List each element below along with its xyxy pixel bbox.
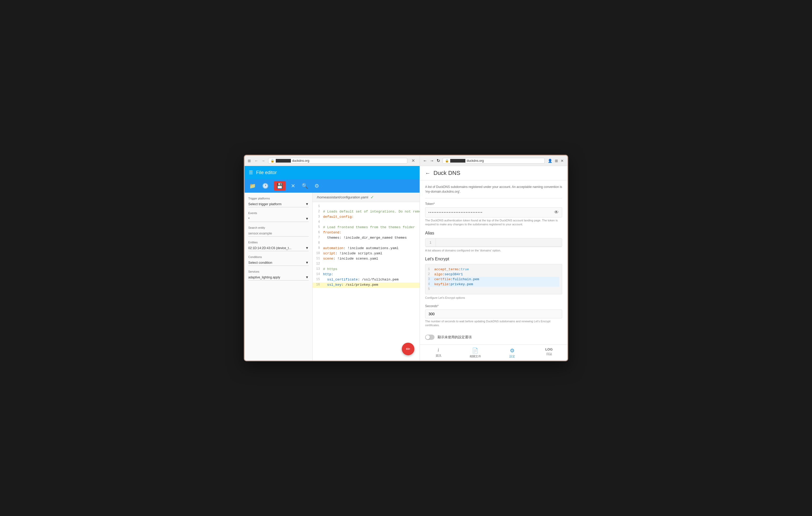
code-block-line-4: 4 keyfile : privkey.pem bbox=[428, 282, 559, 287]
nav-tab-info-label: 資訊 bbox=[436, 354, 441, 358]
settings-icon: ⚙ bbox=[510, 347, 515, 354]
save-btn[interactable]: 💾 bbox=[274, 181, 286, 190]
toggle-knob bbox=[426, 335, 430, 339]
code-line-10: 10 script: !include scripts.yaml bbox=[313, 251, 419, 256]
refresh-btn-right[interactable]: ↻ bbox=[437, 158, 440, 163]
docs-icon: 📄 bbox=[472, 347, 478, 354]
left-panel: ⊞ ← → 🔒 xxx duckdns.org ✕ ☰ File editor … bbox=[244, 155, 420, 361]
browser-actions: 👤 ⊞ ✕ bbox=[547, 158, 564, 163]
lock-icon-right: 🔒 bbox=[445, 159, 449, 162]
history-btn[interactable]: 🕐 bbox=[261, 182, 270, 190]
search-entity-input[interactable] bbox=[248, 230, 309, 237]
alias-hint: A list aliases of domains configured on … bbox=[425, 249, 562, 252]
alias-box: 1 bbox=[425, 238, 562, 247]
close-editor-btn[interactable]: ✕ bbox=[290, 182, 296, 190]
browser-bar-left: ⊞ ← → 🔒 xxx duckdns.org ✕ bbox=[244, 155, 419, 166]
dns-description: A list of DuckDNS subdomains registered … bbox=[425, 185, 562, 194]
code-line-16: 16 ssl_key: /ssl/privkey.pem bbox=[313, 282, 419, 288]
forward-btn-left[interactable]: → bbox=[261, 159, 265, 163]
token-label: Token* bbox=[425, 202, 562, 206]
code-block-line-1: 1 accept_terms : true bbox=[428, 267, 559, 272]
letsencrypt-title: Let's Encrypt bbox=[425, 257, 562, 262]
back-btn-left[interactable]: ← bbox=[255, 159, 259, 163]
nav-tab-settings-label: 設定 bbox=[509, 355, 515, 358]
address-bar-right[interactable]: 🔒 xxx duckdns.org bbox=[443, 158, 545, 164]
token-hint: The DuckDNS authentication token found a… bbox=[425, 218, 562, 226]
events-arrow: ▼ bbox=[305, 217, 309, 221]
code-line-7: 7 themes: !include_dir_merge_named theme… bbox=[313, 236, 419, 241]
right-panel: ← → ↻ 🔒 xxx duckdns.org 👤 ⊞ ✕ ← Duck DNS… bbox=[420, 155, 568, 361]
hamburger-icon[interactable]: ☰ bbox=[249, 170, 253, 175]
profile-btn[interactable]: 👤 bbox=[547, 158, 553, 163]
code-block-line-5: 5 bbox=[428, 287, 559, 292]
browser-bar-right: ← → ↻ 🔒 xxx duckdns.org 👤 ⊞ ✕ bbox=[420, 155, 568, 166]
nav-tab-docs[interactable]: 📄 相關文件 bbox=[457, 345, 494, 361]
alias-field-group: Alias 1 A list aliases of domains config… bbox=[425, 231, 562, 252]
nav-tab-log-label: 日誌 bbox=[546, 352, 552, 356]
toggle-switch[interactable] bbox=[425, 335, 435, 340]
events-value: * bbox=[248, 217, 250, 221]
seconds-value[interactable]: 300 bbox=[425, 309, 562, 318]
events-section: Events * ▼ bbox=[248, 211, 309, 222]
lock-icon: 🔒 bbox=[270, 159, 274, 162]
search-entity-label: Search entity bbox=[248, 226, 309, 229]
back-btn-right[interactable]: ← bbox=[423, 158, 427, 163]
eye-icon[interactable]: 👁 bbox=[554, 210, 559, 215]
seconds-field-group: Seconds* 300 The number of seconds to wa… bbox=[425, 304, 562, 328]
services-select-row[interactable]: adaptive_lighting.apply ▼ bbox=[248, 274, 309, 280]
app-title: File editor bbox=[256, 170, 277, 175]
entities-label: Entities bbox=[248, 241, 309, 244]
sidebar-toggle-icon[interactable]: ⊞ bbox=[248, 159, 252, 163]
alias-input[interactable] bbox=[436, 238, 562, 246]
file-path: /homeassistant/configuration.yaml bbox=[317, 195, 368, 199]
bottom-nav: i 資訊 📄 相關文件 ⚙ 設定 LOG 日誌 bbox=[420, 344, 568, 361]
letsencrypt-code: 1 accept_terms : true 2 algo : secp384r1… bbox=[425, 264, 562, 294]
edit-fab-btn[interactable]: ✏ bbox=[402, 343, 414, 355]
settings-btn[interactable]: ⚙ bbox=[313, 182, 320, 190]
search-entity-section: Search entity bbox=[248, 226, 309, 237]
log-icon: LOG bbox=[545, 347, 552, 351]
trigger-select-row[interactable]: Select trigger platform ▼ bbox=[248, 201, 309, 207]
automation-sidebar: Trigger platforms Select trigger platfor… bbox=[244, 193, 313, 361]
conditions-section: Conditions Select condition ▼ bbox=[248, 255, 309, 266]
address-bar-left[interactable]: 🔒 xxx duckdns.org bbox=[268, 158, 407, 164]
close-btn-right[interactable]: ✕ bbox=[560, 158, 564, 163]
toolbar: 📁 🕐 💾 ✕ 🔍 ⚙ bbox=[244, 179, 419, 193]
conditions-select-row[interactable]: Select condition ▼ bbox=[248, 260, 309, 266]
code-editor[interactable]: 1 2 # Loads default set of integrations.… bbox=[313, 202, 419, 361]
nav-tab-settings[interactable]: ⚙ 設定 bbox=[494, 345, 530, 361]
nav-tab-info[interactable]: i 資訊 bbox=[420, 345, 457, 361]
check-icon: ✓ bbox=[370, 195, 374, 200]
left-content: Trigger platforms Select trigger platfor… bbox=[244, 193, 419, 361]
info-icon: i bbox=[438, 347, 439, 353]
alias-num: 1 bbox=[425, 238, 436, 246]
token-input[interactable]: •••••••••••••••••••••••••••••••• 👁 bbox=[425, 207, 562, 217]
close-btn-left[interactable]: ✕ bbox=[410, 158, 416, 164]
code-block-line-3: 3 certfile : fullchain.pem bbox=[428, 277, 559, 282]
code-line-4: 4 bbox=[313, 220, 419, 225]
split-view-btn[interactable]: ⊞ bbox=[554, 158, 558, 163]
seconds-label: Seconds* bbox=[425, 304, 562, 308]
code-wrapper: /homeassistant/configuration.yaml ✓ 1 2 … bbox=[313, 193, 419, 361]
forward-btn-right[interactable]: → bbox=[430, 158, 434, 163]
dns-back-btn[interactable]: ← bbox=[425, 170, 430, 176]
nav-tab-log[interactable]: LOG 日誌 bbox=[530, 345, 568, 361]
trigger-section: Trigger platforms Select trigger platfor… bbox=[248, 197, 309, 207]
entities-select-row[interactable]: 02:1D:14:2D:43:C6 (device_t... ▼ bbox=[248, 245, 309, 251]
alias-row: 1 bbox=[425, 238, 562, 247]
code-block-line-2: 2 algo : secp384r1 bbox=[428, 272, 559, 277]
letsencrypt-field-group: Let's Encrypt 1 accept_terms : true 2 al… bbox=[425, 257, 562, 300]
nav-tab-docs-label: 相關文件 bbox=[470, 355, 481, 358]
code-line-8: 8 bbox=[313, 241, 419, 246]
events-select-row[interactable]: * ▼ bbox=[248, 216, 309, 222]
seconds-hint: The number of seconds to wait before upd… bbox=[425, 320, 562, 328]
search-btn[interactable]: 🔍 bbox=[300, 182, 309, 190]
file-tab: /homeassistant/configuration.yaml ✓ bbox=[313, 193, 419, 202]
conditions-label: Conditions bbox=[248, 255, 309, 259]
code-line-13: 13 # https bbox=[313, 267, 419, 272]
conditions-arrow: ▼ bbox=[305, 261, 309, 265]
trigger-label: Trigger platforms bbox=[248, 197, 309, 200]
folder-btn[interactable]: 📁 bbox=[248, 182, 257, 190]
code-line-9: 9 automation: !include automations.yaml bbox=[313, 246, 419, 251]
code-line-11: 11 scene: !include scenes.yaml bbox=[313, 256, 419, 262]
